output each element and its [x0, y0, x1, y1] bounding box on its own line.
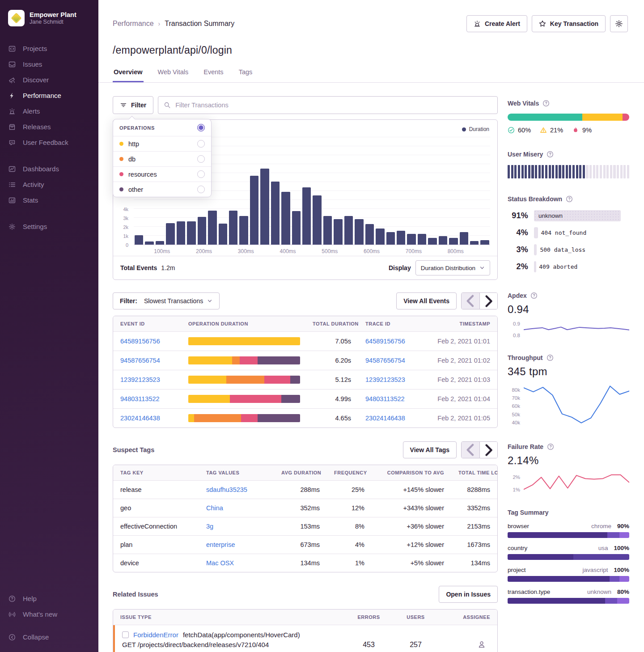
issue-row[interactable]: ForbiddenError fetchData(app/components/… — [113, 625, 497, 652]
sidebar-item-stats[interactable]: Stats — [0, 192, 98, 208]
sidebar-item-projects[interactable]: Projects — [0, 41, 98, 56]
question-icon[interactable] — [547, 443, 554, 450]
view-all-events-button[interactable]: View All Events — [396, 292, 457, 309]
timestamp-cell: Feb 2, 2021 01:03 — [429, 371, 497, 389]
tab-web-vitals[interactable]: Web Vitals — [157, 68, 190, 82]
tab-overview[interactable]: Overview — [113, 68, 144, 82]
operation-radio[interactable] — [197, 155, 205, 163]
tag-value-link[interactable]: enterprise — [206, 541, 235, 548]
event-id-link[interactable]: 23024146438 — [120, 415, 160, 422]
histogram-bar — [198, 217, 206, 245]
pager-prev-button[interactable] — [462, 442, 479, 458]
open-in-issues-button[interactable]: Open in Issues — [439, 586, 498, 603]
table-row: 948031135224.99s94803113522Feb 2, 2021 0… — [113, 389, 497, 408]
y-tick-label: 70k — [512, 395, 520, 401]
pager-prev-button[interactable] — [462, 293, 479, 309]
sidebar-item-help[interactable]: Help — [0, 591, 98, 606]
tag-value-link[interactable]: sdaufhu35235 — [206, 486, 247, 493]
question-icon[interactable] — [547, 151, 554, 158]
operation-radio[interactable] — [197, 140, 205, 148]
operation-item-other[interactable]: other — [113, 182, 211, 197]
question-icon[interactable] — [542, 100, 550, 107]
chart-legend[interactable]: Duration — [462, 126, 489, 132]
misery-tick — [511, 165, 513, 178]
table-row: geoChina352ms12%+343% slower3352ms — [113, 499, 497, 517]
tab-tags[interactable]: Tags — [238, 68, 254, 82]
tag-summary-rows: browserchrome90%countryusa100%projectjav… — [508, 523, 629, 604]
view-all-tags-button[interactable]: View All Tags — [403, 441, 457, 458]
operation-item-http[interactable]: http — [113, 136, 211, 151]
tag-value-link[interactable]: China — [206, 504, 223, 512]
sidebar-item-dashboards[interactable]: Dashboards — [0, 161, 98, 177]
filter-button[interactable]: Filter — [113, 96, 153, 114]
column-header: COMPARISON TO AVG — [372, 465, 451, 480]
operation-item-resources[interactable]: resources — [113, 166, 211, 182]
issue-checkbox[interactable] — [122, 631, 129, 638]
y-tick-label: 80k — [512, 387, 520, 393]
sidebar-item-settings[interactable]: Settings — [0, 219, 98, 234]
pager-next-button[interactable] — [479, 442, 497, 458]
operations-header-row[interactable]: OPERATIONS — [113, 119, 211, 136]
trace-id-link[interactable]: 12392123523 — [365, 376, 405, 383]
search-input[interactable] — [175, 102, 492, 109]
display-select[interactable]: Duration Distribution — [415, 260, 490, 275]
event-id-link[interactable]: 64589156756 — [120, 338, 160, 345]
question-icon[interactable] — [566, 195, 573, 203]
issue-error-type-link[interactable]: ForbiddenError — [133, 631, 178, 639]
tag-value-link[interactable]: Mac OSX — [206, 559, 234, 567]
trace-id-link[interactable]: 94803113522 — [365, 395, 405, 402]
events-table: EVENT IDOPERATION DURATIONTOTAL DURATION… — [113, 316, 498, 428]
operation-item-db[interactable]: db — [113, 151, 211, 166]
operations-all-radio[interactable] — [197, 124, 205, 131]
assignee-person-icon[interactable] — [478, 640, 486, 648]
create-alert-button[interactable]: Create Alert — [466, 15, 527, 32]
sidebar-item-issues[interactable]: Issues — [0, 56, 98, 72]
sidebar-item-performance[interactable]: Performance — [0, 88, 98, 103]
tag-summary-key: browser — [508, 523, 591, 529]
suspect-tags-title: Suspect Tags — [113, 446, 154, 453]
key-transaction-button[interactable]: Key Transaction — [532, 15, 606, 32]
sidebar-item-user-feedback[interactable]: User Feedback — [0, 135, 98, 150]
transactions-filter-select[interactable]: Filter: Slowest Transactions — [113, 292, 220, 309]
sidebar-item-label: Activity — [23, 181, 44, 188]
pager-next-button[interactable] — [479, 293, 497, 309]
column-header: TRACE ID — [358, 316, 429, 331]
sidebar-item-discover[interactable]: Discover — [0, 72, 98, 88]
status-pill — [534, 261, 536, 272]
duration-segment — [226, 376, 264, 384]
trace-id-link[interactable]: 64589156756 — [365, 338, 405, 345]
question-icon[interactable] — [547, 354, 554, 361]
search-box — [158, 96, 498, 114]
content: Performance › Transaction Summary Create… — [98, 0, 644, 652]
tag-key-cell: release — [113, 481, 199, 499]
misery-tick — [617, 165, 619, 178]
org-switcher[interactable]: Empower Plant Jane Schmidt — [0, 8, 98, 29]
tag-value-link[interactable]: 3g — [206, 523, 213, 530]
sidebar-item-alerts[interactable]: Alerts — [0, 103, 98, 119]
sidebar-item-activity[interactable]: Activity — [0, 177, 98, 192]
operation-radio[interactable] — [197, 186, 205, 193]
event-id-link[interactable]: 12392123523 — [120, 376, 160, 383]
tag-summary-title: Tag Summary — [508, 509, 549, 516]
suspect-tags-table: TAG KEYTAG VALUESAVG DURATIONFREQUENCYCO… — [113, 465, 498, 572]
trace-id-link[interactable]: 23024146438 — [365, 415, 405, 422]
tab-events[interactable]: Events — [203, 68, 224, 82]
breadcrumb-parent[interactable]: Performance — [113, 20, 154, 28]
status-bar: 409 aborted — [534, 261, 629, 272]
failure-rate-title: Failure Rate — [508, 443, 543, 450]
misery-tick — [535, 165, 537, 178]
sidebar-item-collapse[interactable]: Collapse — [0, 629, 98, 645]
sidebar-item-releases[interactable]: Releases — [0, 119, 98, 135]
status-breakdown-row: 91%unknown — [508, 207, 629, 224]
sidebar-item-what-s-new[interactable]: What's new — [0, 606, 98, 622]
sidebar-footer: HelpWhat's newCollapse — [0, 591, 98, 645]
event-id-link[interactable]: 94803113522 — [120, 395, 160, 402]
gear-icon — [615, 20, 623, 28]
operation-duration-bar — [188, 395, 300, 403]
event-id-link[interactable]: 94587656754 — [120, 357, 160, 364]
question-icon[interactable] — [530, 292, 538, 299]
trace-id-link[interactable]: 94587656754 — [365, 357, 405, 364]
settings-button[interactable] — [610, 15, 628, 32]
operation-radio[interactable] — [197, 170, 205, 178]
x-tick-label: 500ms — [322, 248, 338, 254]
